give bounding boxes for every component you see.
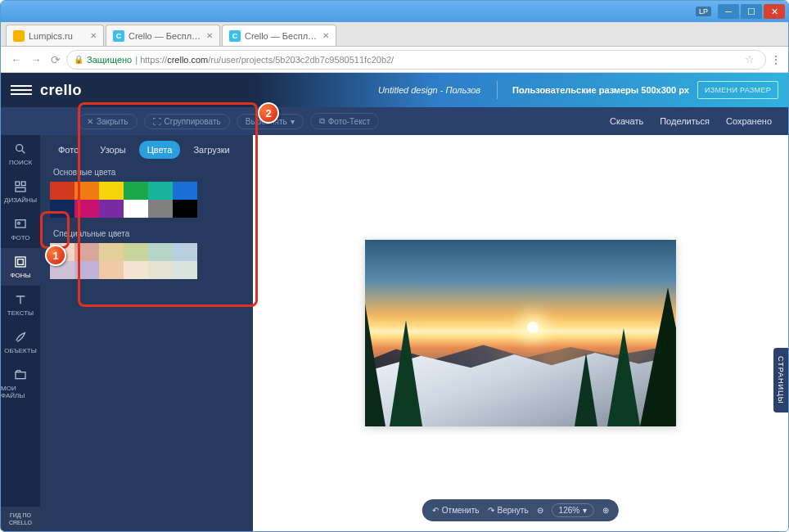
svg-rect-8 (18, 259, 24, 265)
annotation-marker-2: 2 (258, 102, 279, 124)
color-swatch[interactable] (99, 182, 124, 200)
toolbar-phototext-button[interactable]: ⧉Фото-Текст (310, 113, 379, 129)
panel-tab-photo[interactable]: Фото (50, 141, 87, 159)
special-colors-label: Специальные цвета (40, 229, 253, 238)
color-swatch[interactable] (173, 182, 197, 200)
tab-close-icon[interactable]: ✕ (90, 31, 97, 40)
color-swatch[interactable] (124, 243, 148, 261)
svg-line-1 (22, 151, 25, 153)
color-swatch[interactable] (148, 200, 173, 218)
camera-icon: ⧉ (319, 116, 325, 126)
editor-toolbar: ✕Закрыть ⛶Сгруппировать Выровнять▾ ⧉Фото… (1, 107, 788, 135)
nav-objects[interactable]: ОБЪЕКТЫ (1, 323, 40, 361)
color-swatch[interactable] (173, 243, 197, 261)
search-icon (13, 142, 28, 156)
color-swatch[interactable] (148, 261, 173, 279)
svg-rect-2 (16, 182, 20, 186)
resize-button[interactable]: ИЗМЕНИ РАЗМЕР (697, 81, 778, 99)
browser-tab[interactable]: C Crello — Бесплатный ин ✕ (222, 25, 336, 46)
svg-rect-3 (21, 182, 25, 186)
canvas-area[interactable]: СТРАНИЦЫ ↶Отменить ↷Вернуть ⊖ 126%▾ ⊕ (253, 135, 788, 531)
url-path: /ru/user/projects/5b203c2db7c9580511fc20… (208, 55, 394, 65)
panel-tab-uploads[interactable]: Загрузки (185, 141, 237, 159)
color-swatch[interactable] (74, 261, 99, 279)
redo-button[interactable]: ↷Вернуть (488, 506, 529, 515)
svg-rect-7 (16, 257, 25, 267)
url-scheme: https:// (140, 55, 167, 65)
main-colors-label: Основные цвета (40, 168, 253, 177)
app-body: ПОИСК ДИЗАЙНЫ ФОТО ФОНЫ ТЕКСТЫ ОБЪЕКТЫ М… (1, 135, 788, 531)
nav-reload-button[interactable]: ⟳ (47, 51, 65, 69)
toolbar-close-button[interactable]: ✕Закрыть (78, 114, 138, 129)
crello-app: crello Untitled design - Пользов Пользов… (1, 73, 788, 531)
color-swatch[interactable] (74, 182, 99, 200)
nav-myfiles[interactable]: МОИ ФАЙЛЫ (1, 361, 40, 406)
download-button[interactable]: Скачать (610, 116, 643, 126)
color-swatch[interactable] (173, 261, 197, 279)
saved-label: Сохранено (726, 116, 772, 126)
image-icon (13, 217, 28, 232)
app-header: crello Untitled design - Пользов Пользов… (1, 73, 788, 107)
color-swatch[interactable] (74, 200, 99, 218)
bookmark-star-icon[interactable]: ☆ (741, 53, 759, 65)
tab-close-icon[interactable]: ✕ (322, 31, 329, 40)
folder-icon (13, 367, 28, 382)
color-swatch[interactable] (173, 200, 197, 218)
browser-window: LP ─ ☐ ✕ Lumpics.ru ✕ C Crello — Бесплат… (0, 0, 789, 532)
color-swatch[interactable] (99, 261, 124, 279)
window-minimize-button[interactable]: ─ (718, 4, 739, 19)
nav-designs[interactable]: ДИЗАЙНЫ (1, 173, 40, 210)
browser-menu-button[interactable]: ⋮ (771, 54, 782, 65)
color-swatch[interactable] (74, 243, 99, 261)
secure-label: Защищено (87, 55, 132, 65)
undo-button[interactable]: ↶Отменить (432, 506, 480, 515)
svg-point-0 (16, 145, 23, 151)
color-swatch[interactable] (50, 182, 74, 200)
nav-backgrounds[interactable]: ФОНЫ (1, 248, 40, 286)
backgrounds-panel: Фото Узоры Цвета Загрузки Основные цвета… (40, 135, 253, 531)
close-icon: ✕ (87, 117, 93, 126)
color-swatch[interactable] (99, 200, 124, 218)
color-swatch[interactable] (50, 200, 74, 218)
guide-button[interactable]: ГИД ПО CRELLO (1, 507, 40, 531)
profile-badge[interactable]: LP (696, 7, 711, 16)
browser-tab-strip: Lumpics.ru ✕ C Crello — Бесплатный ин ✕ … (1, 22, 788, 47)
window-close-button[interactable]: ✕ (764, 4, 785, 19)
nav-forward-button[interactable]: → (27, 51, 45, 69)
nav-search[interactable]: ПОИСК (1, 135, 40, 173)
chevron-down-icon: ▾ (583, 506, 587, 515)
color-swatch[interactable] (148, 243, 173, 261)
nav-text[interactable]: ТЕКСТЫ (1, 286, 40, 323)
browser-tab[interactable]: Lumpics.ru ✕ (6, 25, 104, 46)
share-button[interactable]: Поделиться (660, 116, 710, 126)
link-icon: ⛶ (153, 117, 161, 126)
zoom-level-dropdown[interactable]: 126%▾ (552, 503, 595, 517)
grid-icon (13, 179, 28, 194)
nav-photo[interactable]: ФОТО (1, 210, 40, 248)
panel-tab-patterns[interactable]: Узоры (92, 141, 133, 159)
app-logo[interactable]: crello (40, 82, 82, 99)
chevron-down-icon: ▾ (291, 117, 295, 126)
url-input[interactable]: 🔒 Защищено | https:// crello.com /ru/use… (66, 50, 766, 70)
tab-close-icon[interactable]: ✕ (206, 31, 213, 40)
browser-tab[interactable]: C Crello — Бесплатный ин ✕ (106, 25, 220, 46)
window-maximize-button[interactable]: ☐ (741, 4, 762, 19)
color-swatch[interactable] (124, 261, 148, 279)
toolbar-group-button[interactable]: ⛶Сгруппировать (144, 114, 230, 129)
panel-tab-colors[interactable]: Цвета (139, 141, 181, 159)
zoom-in-button[interactable]: ⊕ (602, 506, 609, 515)
favicon-icon: C (229, 30, 241, 42)
window-titlebar: LP ─ ☐ ✕ (1, 1, 788, 22)
zoom-out-button[interactable]: ⊖ (537, 506, 543, 515)
special-color-swatches (40, 243, 207, 279)
color-swatch[interactable] (124, 200, 148, 218)
design-title[interactable]: Untitled design - Пользов (378, 85, 480, 95)
pages-side-tab[interactable]: СТРАНИЦЫ (773, 348, 788, 413)
left-nav: ПОИСК ДИЗАЙНЫ ФОТО ФОНЫ ТЕКСТЫ ОБЪЕКТЫ М… (1, 135, 40, 531)
color-swatch[interactable] (99, 243, 124, 261)
canvas-image[interactable] (365, 240, 676, 426)
hamburger-menu-button[interactable] (11, 79, 32, 101)
color-swatch[interactable] (124, 182, 148, 200)
nav-back-button[interactable]: ← (7, 51, 25, 69)
color-swatch[interactable] (148, 182, 173, 200)
